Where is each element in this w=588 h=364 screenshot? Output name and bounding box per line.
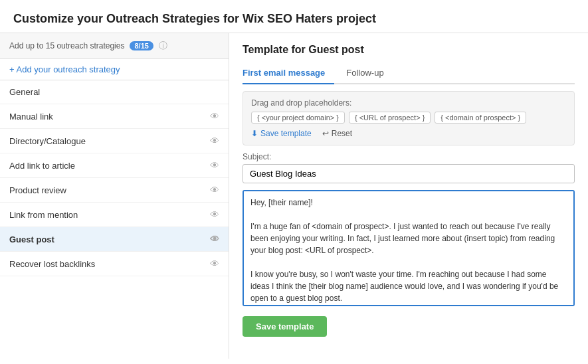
sidebar-item-label-directory-catalogue: Directory/Catalogue xyxy=(9,136,86,146)
eye-icon[interactable]: 👁 xyxy=(210,258,219,269)
sidebar-item-label-link-from-mention: Link from mention xyxy=(9,210,78,220)
placeholder-tag[interactable]: { <your project domain> } xyxy=(251,112,345,124)
sidebar-item-guest-post[interactable]: Guest post👁 xyxy=(0,227,229,252)
add-strategy-button[interactable]: + Add your outreach strategy xyxy=(0,59,229,80)
sidebar-item-label-general: General xyxy=(9,87,40,97)
save-template-link[interactable]: ⬇ Save template xyxy=(251,129,312,138)
download-icon: ⬇ xyxy=(251,129,258,138)
eye-icon[interactable]: 👁 xyxy=(210,111,219,122)
placeholder-tag[interactable]: { <domain of prospect> } xyxy=(435,112,526,124)
eye-icon[interactable]: 👁 xyxy=(210,234,219,244)
tabs: First email messageFollow-up xyxy=(243,64,575,84)
eye-icon[interactable]: 👁 xyxy=(210,185,219,195)
subject-label: Subject: xyxy=(243,152,575,161)
eye-icon[interactable]: 👁 xyxy=(210,160,219,171)
sidebar-item-link-from-mention[interactable]: Link from mention👁 xyxy=(0,203,229,227)
placeholder-actions: ⬇ Save template ↩ Reset xyxy=(251,129,566,138)
sidebar-item-manual-link[interactable]: Manual link👁 xyxy=(0,104,229,129)
sidebar-item-product-review[interactable]: Product review👁 xyxy=(0,178,229,203)
sidebar-item-label-product-review: Product review xyxy=(9,185,66,195)
strategies-badge: 8/15 xyxy=(130,41,153,50)
sidebar-item-general[interactable]: General xyxy=(0,80,229,104)
placeholder-label: Drag and drop placeholders: xyxy=(251,98,566,108)
sidebar-header: Add up to 15 outreach strategies 8/15 ⓘ xyxy=(0,33,229,59)
sidebar-item-label-manual-link: Manual link xyxy=(9,112,53,122)
placeholder-tag[interactable]: { <URL of prospect> } xyxy=(349,112,431,124)
save-template-button[interactable]: Save template xyxy=(243,316,327,337)
email-body-textarea[interactable] xyxy=(243,190,575,306)
sidebar-item-label-add-link-to-article: Add link to article xyxy=(9,161,75,171)
eye-icon[interactable]: 👁 xyxy=(210,209,219,220)
sidebar-item-label-recover-lost-backlinks: Recover lost backlinks xyxy=(9,259,95,269)
sidebar-list: GeneralManual link👁Directory/Catalogue👁A… xyxy=(0,80,229,359)
placeholder-tags: { <your project domain> }{ <URL of prosp… xyxy=(251,112,566,124)
tab-follow-up[interactable]: Follow-up xyxy=(346,64,393,84)
sidebar: Add up to 15 outreach strategies 8/15 ⓘ … xyxy=(0,33,229,359)
sidebar-header-text: Add up to 15 outreach strategies xyxy=(9,41,124,50)
subject-input[interactable] xyxy=(243,164,575,183)
sidebar-item-add-link-to-article[interactable]: Add link to article👁 xyxy=(0,153,229,178)
eye-icon[interactable]: 👁 xyxy=(210,136,219,146)
placeholder-area: Drag and drop placeholders: { <your proj… xyxy=(243,91,575,145)
tab-first-email[interactable]: First email message xyxy=(243,64,334,84)
reset-icon: ↩ xyxy=(322,129,329,138)
sidebar-item-label-guest-post: Guest post xyxy=(9,234,54,244)
page-title: Customize your Outreach Strategies for W… xyxy=(13,12,376,25)
info-icon[interactable]: ⓘ xyxy=(159,40,167,52)
template-title: Template for Guest post xyxy=(243,44,575,56)
sidebar-item-recover-lost-backlinks[interactable]: Recover lost backlinks👁 xyxy=(0,252,229,276)
reset-link[interactable]: ↩ Reset xyxy=(322,129,352,138)
content-panel: Template for Guest post First email mess… xyxy=(229,33,588,359)
sidebar-item-directory-catalogue[interactable]: Directory/Catalogue👁 xyxy=(0,129,229,153)
